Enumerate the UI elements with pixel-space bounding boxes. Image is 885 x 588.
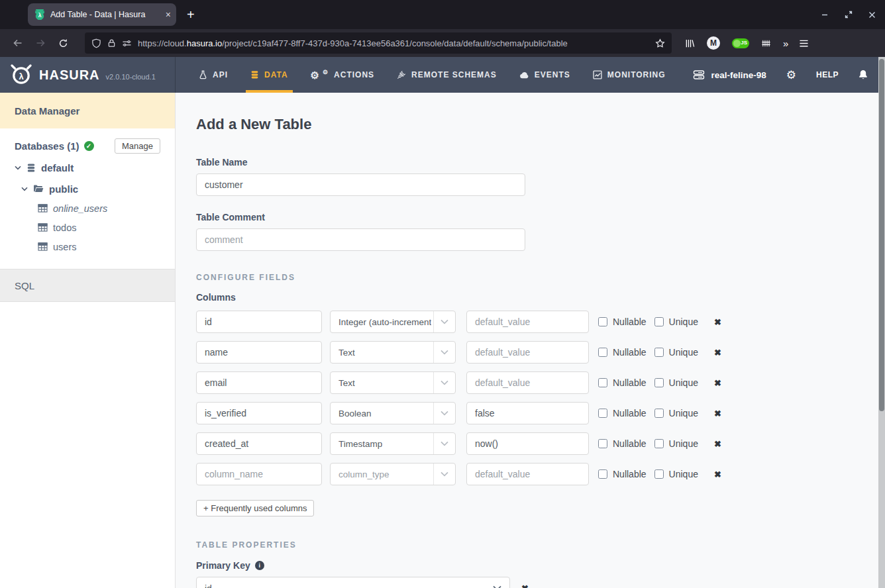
column-default-input[interactable] [466,371,589,394]
help-button[interactable]: HELP [816,70,839,79]
chevron-down-icon[interactable] [15,166,21,170]
sidebar-item-data-manager[interactable]: Data Manager [0,93,175,128]
tree-item-table-users[interactable]: users [0,237,175,256]
table-name-input[interactable] [196,173,525,196]
column-default-input[interactable] [466,402,589,424]
permissions-icon[interactable] [122,39,132,48]
nav-tab-events[interactable]: EVENTS [508,57,582,93]
remove-primary-key-icon[interactable]: ✖ [521,584,529,588]
unique-checkbox[interactable] [654,378,664,387]
manage-button[interactable]: Manage [115,138,160,154]
extension-m-icon[interactable]: M [707,36,720,50]
remove-column-icon[interactable]: ✖ [714,440,721,448]
url-bar[interactable]: https://cloud.hasura.io/project/c19af477… [85,32,672,54]
nullable-checkbox[interactable] [598,317,607,326]
column-name-input[interactable] [196,371,322,394]
remove-column-icon[interactable]: ✖ [714,379,721,387]
nav-tab-monitoring[interactable]: MONITORING [582,57,677,93]
unique-checkbox[interactable] [654,348,664,357]
primary-key-select[interactable]: id [196,577,510,588]
tree-item-table-online-users[interactable]: online_users [0,199,175,218]
page-title: Add a New Table [196,116,885,133]
column-default-input[interactable] [466,432,589,455]
column-name-input[interactable] [196,402,322,424]
tree-item-table-todos[interactable]: todos [0,218,175,237]
nullable-checkbox[interactable] [598,348,607,357]
column-name-input[interactable] [196,463,322,485]
remove-column-icon[interactable]: ✖ [714,409,721,418]
hasura-logo-icon: λ [9,64,33,85]
column-name-input[interactable] [196,311,322,333]
chevron-down-icon[interactable] [21,187,28,191]
nullable-checkbox[interactable] [598,439,607,448]
nav-tab-data[interactable]: DATA [239,57,299,93]
column-name-input[interactable] [196,341,322,364]
nullable-checkbox[interactable] [598,469,607,479]
reload-button[interactable] [53,33,73,53]
unique-checkbox[interactable] [654,469,664,479]
fence-extension-icon[interactable] [761,38,771,48]
version-label: v2.0.10-cloud.1 [106,73,156,81]
url-text: https://cloud.hasura.io/project/c19af477… [138,38,649,48]
column-type-select[interactable]: Integer (auto-increment) [330,311,456,333]
page-scrollbar[interactable] [878,57,885,588]
forward-button[interactable] [30,33,50,53]
column-type-select[interactable]: Text [330,371,456,394]
frequently-used-columns-button[interactable]: + Frequently used columns [196,500,314,516]
lock-icon[interactable] [107,38,116,48]
database-icon [250,70,259,79]
bookmark-star-icon[interactable] [655,38,665,48]
column-type-select[interactable]: column_type [330,463,456,485]
window-close-button[interactable] [868,11,876,19]
column-type-select[interactable]: Text [330,341,456,364]
nav-tab-api[interactable]: API [187,57,239,93]
toolbar-overflow-icon[interactable]: » [783,38,787,49]
tab-close-icon[interactable]: × [166,10,171,19]
unique-checkbox[interactable] [654,439,664,448]
column-name-input[interactable] [196,432,322,455]
column-row: Integer (auto-increment) Nullable Unique… [196,311,885,333]
tree-item-schema-public[interactable]: public [0,179,175,199]
folder-open-icon [33,184,44,193]
browser-tab[interactable]: λ Add Table - Data | Hasura × [28,3,176,26]
menu-hamburger-icon[interactable] [799,39,809,48]
new-tab-button[interactable]: + [187,8,195,21]
scrollbar-thumb[interactable] [879,59,884,411]
unique-checkbox[interactable] [654,409,664,418]
plug-icon [397,70,406,79]
unique-checkbox[interactable] [654,317,664,326]
sidebar-item-sql[interactable]: SQL [0,269,175,302]
shield-icon[interactable] [91,38,101,48]
column-default-input[interactable] [466,311,589,333]
remove-column-icon[interactable]: ✖ [714,470,721,479]
project-menu[interactable]: real-feline-98 [693,70,766,80]
extension-js-toggle-icon[interactable]: JS [732,38,749,48]
main-content: Add a New Table Table Name Table Comment… [176,93,885,588]
url-fade [625,32,652,54]
column-type-select[interactable]: Timestamp [330,432,456,455]
nav-tab-actions[interactable]: ⚙⚙ ACTIONS [299,57,386,93]
library-icon[interactable] [685,38,695,48]
column-type-select[interactable]: Boolean [330,402,456,424]
columns-label: Columns [196,292,885,303]
nullable-label: Nullable [613,469,647,479]
nullable-checkbox[interactable] [598,378,607,387]
window-minimize-button[interactable] [821,11,829,19]
column-default-input[interactable] [466,341,589,364]
window-restore-button[interactable] [845,11,853,19]
column-default-input[interactable] [466,463,589,485]
database-icon [26,163,36,173]
settings-gear-icon[interactable]: ⚙ [786,70,796,81]
table-comment-input[interactable] [196,228,525,251]
brand-block[interactable]: λ HASURA v2.0.10-cloud.1 [0,57,176,93]
chevron-down-icon [433,464,455,485]
databases-label: Databases (1) ✓ [15,140,94,152]
table-name-label: Table Name [196,157,885,168]
tree-item-database-default[interactable]: default [0,158,175,177]
back-button[interactable] [8,33,28,53]
remove-column-icon[interactable]: ✖ [714,318,721,326]
nullable-checkbox[interactable] [598,409,607,418]
notifications-bell-icon[interactable] [859,70,868,80]
remove-column-icon[interactable]: ✖ [714,348,721,357]
nav-tab-remote-schemas[interactable]: REMOTE SCHEMAS [386,57,508,93]
